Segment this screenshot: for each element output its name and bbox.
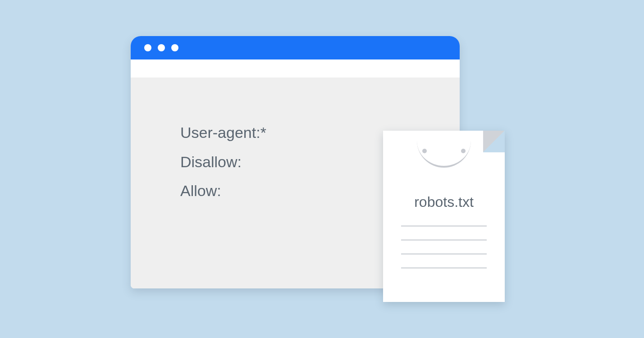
window-dot-icon <box>158 44 165 51</box>
robots-file-card: robots.txt <box>383 131 505 302</box>
page-fold-icon <box>483 131 505 152</box>
browser-title-bar <box>131 36 460 59</box>
window-dot-icon <box>144 44 151 51</box>
file-title: robots.txt <box>383 194 505 210</box>
file-text-line <box>401 253 487 255</box>
file-text-line <box>401 267 487 269</box>
face-smile-icon <box>417 141 471 168</box>
file-text-line <box>401 239 487 241</box>
browser-address-strip <box>131 59 460 78</box>
file-content-lines <box>401 225 487 281</box>
file-text-line <box>401 225 487 227</box>
window-dot-icon <box>171 44 178 51</box>
